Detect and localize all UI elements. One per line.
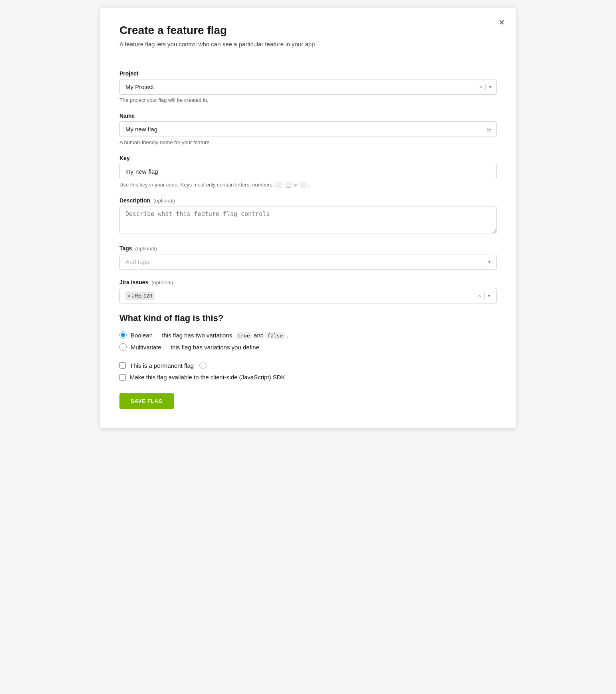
jira-separator bbox=[484, 293, 485, 299]
jira-input-field[interactable] bbox=[158, 292, 475, 299]
name-input[interactable] bbox=[119, 121, 497, 137]
key-input[interactable] bbox=[119, 164, 497, 179]
true-code: true bbox=[236, 332, 252, 339]
tags-input[interactable]: Add tags ▾ bbox=[119, 254, 497, 270]
key-label: Key bbox=[119, 155, 497, 161]
key-hint-or: or bbox=[294, 182, 300, 188]
key-hint: Use this key in your code. Keys must onl… bbox=[119, 182, 497, 188]
key-hint-code-dash: - bbox=[300, 182, 306, 188]
project-select[interactable]: My Project bbox=[119, 79, 497, 95]
divider bbox=[119, 59, 497, 59]
jira-input-icons: × ▾ bbox=[478, 293, 491, 299]
description-label: Description (optional) bbox=[119, 197, 497, 204]
tags-optional: (optional) bbox=[135, 246, 157, 252]
save-flag-button[interactable]: SAVE FLAG bbox=[119, 393, 174, 409]
permanent-flag-item[interactable]: This is a permanent flag i bbox=[119, 362, 497, 369]
multivariate-radio[interactable] bbox=[119, 343, 127, 351]
flag-type-title: What kind of flag is this? bbox=[119, 313, 497, 323]
tags-field-group: Tags (optional) Add tags ▾ bbox=[119, 245, 497, 270]
client-side-label: Make this flag available to the client-s… bbox=[130, 374, 285, 381]
description-optional: (optional) bbox=[153, 198, 175, 204]
modal-subtitle: A feature flag lets you control who can … bbox=[119, 41, 497, 48]
permanent-flag-checkbox[interactable] bbox=[119, 362, 126, 369]
key-hint-prefix: Use this key in your code. Keys must onl… bbox=[119, 182, 274, 188]
project-field-group: Project My Project × ▾ The project your … bbox=[119, 70, 497, 103]
jira-field-group: Jira issues (optional) × JRE-123 × ▾ bbox=[119, 279, 497, 303]
tags-dropdown-icon[interactable]: ▾ bbox=[488, 259, 491, 265]
jira-clear-icon[interactable]: × bbox=[478, 293, 481, 299]
boolean-label: Boolean — this flag has two variations, … bbox=[131, 332, 288, 339]
name-icon: ⊞ bbox=[487, 126, 492, 133]
flag-type-radio-group: Boolean — this flag has two variations, … bbox=[119, 331, 497, 351]
client-side-checkbox[interactable] bbox=[119, 374, 126, 381]
flag-type-section: What kind of flag is this? Boolean — thi… bbox=[119, 313, 497, 381]
tags-placeholder: Add tags bbox=[125, 258, 149, 265]
jira-tag-value: JRE-123 bbox=[132, 293, 152, 299]
jira-optional: (optional) bbox=[151, 280, 173, 286]
description-field-group: Description (optional) bbox=[119, 197, 497, 236]
modal-title: Create a feature flag bbox=[119, 24, 497, 37]
jira-label: Jira issues (optional) bbox=[119, 279, 497, 286]
jira-input[interactable]: × JRE-123 × ▾ bbox=[119, 288, 497, 303]
jira-tag: × JRE-123 bbox=[125, 291, 155, 300]
key-field-group: Key Use this key in your code. Keys must… bbox=[119, 155, 497, 188]
multivariate-label: Multivariate — this flag has variations … bbox=[131, 344, 261, 351]
name-label: Name bbox=[119, 113, 497, 119]
project-label: Project bbox=[119, 70, 497, 77]
close-button[interactable]: × bbox=[497, 16, 506, 29]
name-input-wrapper: ⊞ bbox=[119, 121, 497, 137]
create-feature-flag-modal: × Create a feature flag A feature flag l… bbox=[100, 8, 516, 428]
checkbox-group: This is a permanent flag i Make this fla… bbox=[119, 362, 497, 381]
key-hint-code-dot: . bbox=[275, 182, 282, 188]
false-code: false bbox=[265, 332, 285, 339]
description-textarea[interactable] bbox=[119, 206, 497, 234]
boolean-radio-item[interactable]: Boolean — this flag has two variations, … bbox=[119, 331, 497, 339]
permanent-flag-label: This is a permanent flag bbox=[130, 362, 194, 369]
client-side-item[interactable]: Make this flag available to the client-s… bbox=[119, 374, 497, 381]
project-select-wrapper: My Project × ▾ bbox=[119, 79, 497, 95]
name-hint: A human-friendly name for your feature. bbox=[119, 139, 497, 145]
name-field-group: Name ⊞ A human-friendly name for your fe… bbox=[119, 113, 497, 145]
project-hint: The project your flag will be created in… bbox=[119, 97, 497, 103]
jira-dropdown-icon[interactable]: ▾ bbox=[488, 293, 491, 299]
boolean-radio[interactable] bbox=[119, 331, 127, 339]
permanent-flag-info-icon[interactable]: i bbox=[199, 362, 207, 369]
multivariate-radio-item[interactable]: Multivariate — this flag has variations … bbox=[119, 343, 497, 351]
tags-label: Tags (optional) bbox=[119, 245, 497, 252]
key-hint-code-underscore: _ bbox=[285, 182, 292, 188]
key-hint-period: . bbox=[308, 182, 310, 188]
jira-tag-remove[interactable]: × bbox=[128, 293, 130, 298]
